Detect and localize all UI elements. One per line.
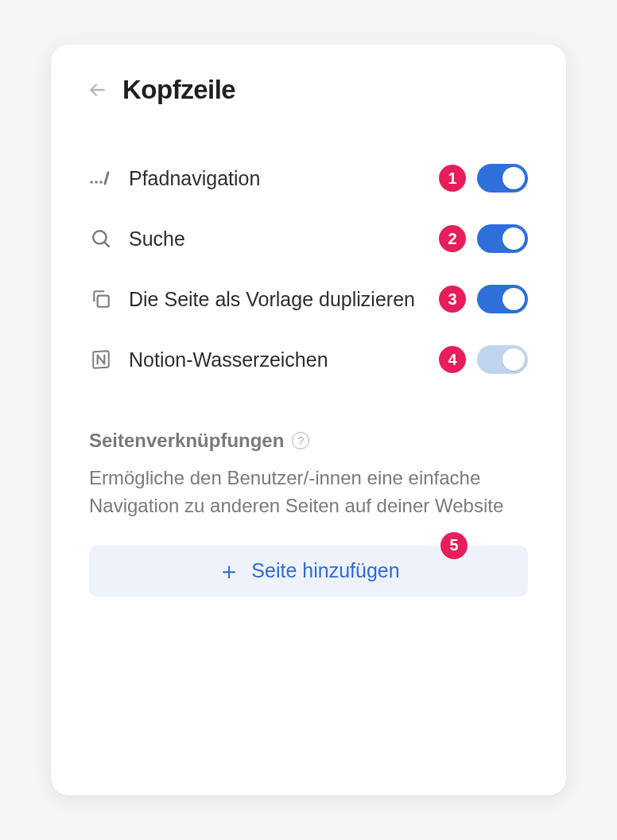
help-icon[interactable]: ? <box>292 432 309 449</box>
settings-panel: Kopfzeile Pfadnavigation 1 Suche <box>51 45 566 795</box>
annotation-badge-1: 1 <box>439 165 466 192</box>
option-search: Suche 2 <box>89 224 528 253</box>
search-icon <box>89 227 113 251</box>
svg-line-5 <box>104 242 108 246</box>
option-duplicate: Die Seite als Vorlage duplizieren 3 <box>89 285 528 313</box>
option-breadcrumb: Pfadnavigation 1 <box>89 164 528 192</box>
option-label: Die Seite als Vorlage duplizieren <box>129 288 460 311</box>
notion-icon <box>89 348 113 371</box>
svg-rect-6 <box>98 296 109 307</box>
page-title: Kopfzeile <box>122 75 235 105</box>
panel-header: Kopfzeile <box>89 75 528 105</box>
annotation-badge-2: 2 <box>439 225 466 252</box>
option-label: Pfadnavigation <box>129 167 439 190</box>
section-heading: Seitenverknüpfungen ? <box>89 430 528 452</box>
add-page-button[interactable]: ＋ Seite hinzufügen 5 <box>89 546 528 597</box>
options-list: Pfadnavigation 1 Suche 2 Die Seite als V… <box>89 164 528 374</box>
duplicate-icon <box>89 287 113 311</box>
toggle-duplicate[interactable] <box>477 285 528 313</box>
svg-point-1 <box>90 181 93 184</box>
option-watermark: Notion-Wasserzeichen 4 <box>89 345 528 374</box>
add-page-label: Seite hinzufügen <box>251 559 399 582</box>
annotation-badge-3: 3 <box>439 286 466 313</box>
svg-point-3 <box>99 181 103 184</box>
plus-icon: ＋ <box>217 559 241 583</box>
option-label: Suche <box>129 228 439 251</box>
option-label: Notion-Wasserzeichen <box>129 348 439 371</box>
breadcrumb-icon <box>89 166 113 190</box>
arrow-left-icon <box>87 80 107 100</box>
toggle-search[interactable] <box>477 224 528 253</box>
back-button[interactable] <box>86 79 108 101</box>
section-heading-text: Seitenverknüpfungen <box>89 430 284 452</box>
annotation-badge-4: 4 <box>439 346 466 373</box>
annotation-badge-5: 5 <box>440 532 468 559</box>
svg-point-2 <box>95 181 98 184</box>
toggle-breadcrumb[interactable] <box>477 164 528 192</box>
section-description: Ermögliche den Benutzer/-innen eine einf… <box>89 465 528 520</box>
toggle-watermark[interactable] <box>477 345 528 374</box>
